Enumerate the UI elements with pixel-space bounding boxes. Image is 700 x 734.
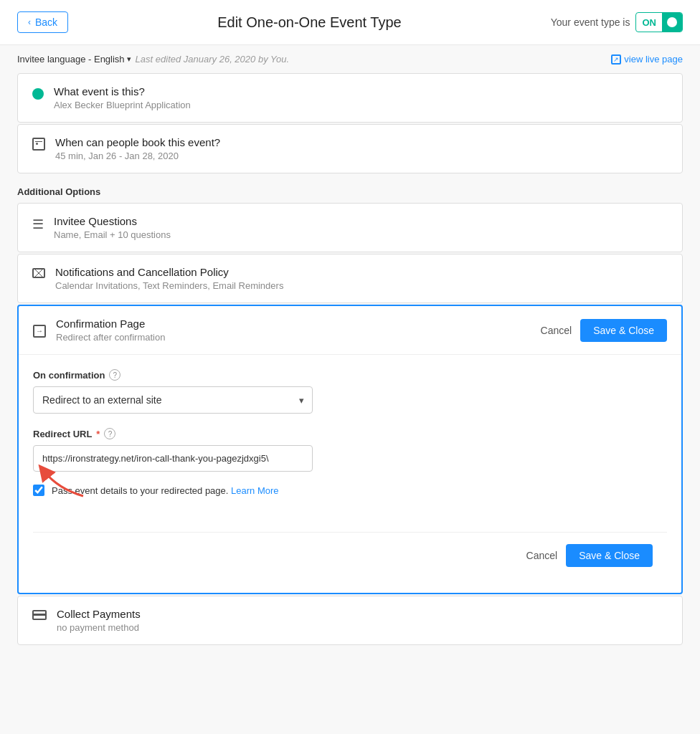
redirect-url-text: Redirect URL [33,429,92,439]
invitee-questions-content: Invitee Questions Name, Email + 10 quest… [54,215,171,240]
collect-payments-title: Collect Payments [57,608,141,620]
language-chevron-icon: ▾ [127,54,131,64]
confirmation-header-left: Confirmation Page Redirect after confirm… [33,318,165,343]
on-confirmation-help-icon[interactable]: ? [109,369,120,381]
envelope-icon [32,268,45,278]
on-confirmation-select[interactable]: Show Calendly confirmation page Redirect… [33,386,313,414]
sub-header: Invitee language - English ▾ Last edited… [0,45,700,73]
page-wrapper: ‹ Back Edit One-on-One Event Type Your e… [0,0,700,734]
invitee-questions-title: Invitee Questions [54,215,171,227]
creditcard-icon [32,610,47,620]
last-edited-text: Last edited January 26, 2020 by You. [136,54,289,65]
calendar-dot [36,143,38,145]
chevron-left-icon: ‹ [28,17,31,27]
what-event-section[interactable]: What event is this? Alex Becker Blueprin… [17,73,683,123]
back-label: Back [35,16,57,28]
what-event-content: What event is this? Alex Becker Blueprin… [54,85,191,110]
page-arrow-icon [33,325,46,338]
when-book-content: When can people book this event? 45 min,… [55,136,220,161]
confirmation-content: Confirmation Page Redirect after confirm… [56,318,165,343]
when-book-subtitle: 45 min, Jan 26 - Jan 28, 2020 [55,151,220,161]
bottom-save-close-button[interactable]: Save & Close [566,544,653,567]
page-title: Edit One-on-One Event Type [217,14,401,31]
learn-more-link[interactable]: Learn More [231,485,278,496]
calendar-icon [32,138,45,151]
view-live-label: view live page [624,54,683,65]
pass-event-details-row: Pass event details to your redirected pa… [33,485,667,496]
confirmation-body: On confirmation ? Show Calendly confirma… [19,354,681,593]
redirect-url-group: Redirect URL * ? [33,428,667,472]
notifications-section[interactable]: Notifications and Cancellation Policy Ca… [17,254,683,303]
what-event-subtitle: Alex Becker Blueprint Application [54,100,191,110]
redirect-url-help-icon[interactable]: ? [104,428,115,439]
red-arrow-annotation [29,457,94,500]
toggle-label: ON [636,14,662,31]
top-save-close-button[interactable]: Save & Close [580,319,667,342]
bottom-actions: Cancel Save & Close [33,532,667,578]
confirmation-subtitle: Redirect after confirmation [56,332,165,343]
bottom-cancel-button[interactable]: Cancel [526,550,558,561]
language-label: Invitee language - English [17,54,125,65]
what-event-title: What event is this? [54,85,191,97]
green-dot-icon [32,88,44,100]
notifications-content: Notifications and Cancellation Policy Ca… [55,266,283,291]
confirmation-page-section: Confirmation Page Redirect after confirm… [17,305,683,594]
confirmation-header: Confirmation Page Redirect after confirm… [19,306,681,354]
on-confirmation-group: On confirmation ? Show Calendly confirma… [33,369,667,414]
external-link-icon [611,54,621,65]
redirect-url-required: * [96,429,100,439]
on-confirmation-select-wrapper: Show Calendly confirmation page Redirect… [33,386,313,414]
collect-payments-section[interactable]: Collect Payments no payment method [17,596,683,645]
questions-icon: ☰ [32,216,44,232]
view-live-link[interactable]: view live page [611,54,683,65]
when-book-title: When can people book this event? [55,136,220,148]
event-status: Your event type is ON [551,12,683,32]
redirect-url-label: Redirect URL * ? [33,428,667,439]
status-prefix: Your event type is [551,16,630,28]
confirmation-header-actions: Cancel Save & Close [541,319,667,342]
additional-options-label: Additional Options [17,175,683,203]
invitee-questions-subtitle: Name, Email + 10 questions [54,229,171,240]
top-cancel-button[interactable]: Cancel [541,325,572,336]
when-book-section[interactable]: When can people book this event? 45 min,… [17,124,683,173]
confirmation-title: Confirmation Page [56,318,165,330]
main-content: What event is this? Alex Becker Blueprin… [0,73,700,662]
invitee-questions-section[interactable]: ☰ Invitee Questions Name, Email + 10 que… [17,203,683,252]
collect-payments-subtitle: no payment method [57,622,141,633]
sub-header-left: Invitee language - English ▾ Last edited… [17,54,289,65]
back-button[interactable]: ‹ Back [17,11,68,33]
on-confirmation-text: On confirmation [33,370,105,381]
notifications-subtitle: Calendar Invitations, Text Reminders, Em… [55,280,283,291]
on-confirmation-label: On confirmation ? [33,369,667,381]
event-type-toggle[interactable]: ON [635,12,683,32]
language-selector[interactable]: Invitee language - English ▾ [17,54,131,65]
header: ‹ Back Edit One-on-One Event Type Your e… [0,0,700,45]
notifications-title: Notifications and Cancellation Policy [55,266,283,278]
toggle-circle [662,13,682,32]
collect-payments-content: Collect Payments no payment method [57,608,141,633]
